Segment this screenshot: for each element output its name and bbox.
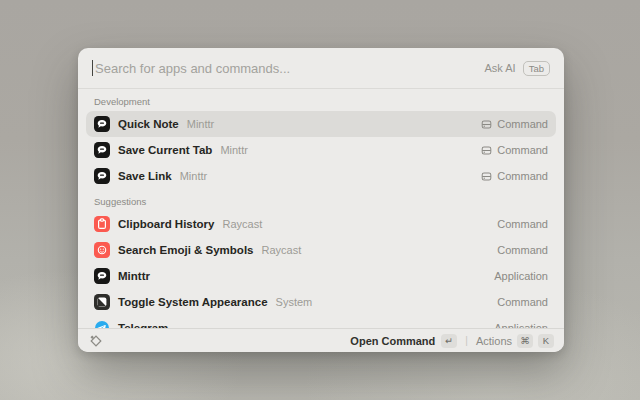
return-key-badge: ↵ — [441, 334, 457, 348]
item-subtitle: Minttr — [180, 170, 208, 182]
item-accessory: Command — [497, 218, 548, 230]
desktop-wallpaper: Ask AI Tab DevelopmentQuick NoteMinttrCo… — [0, 0, 640, 400]
raycast-logo-icon — [88, 333, 103, 348]
item-title: Search Emoji & Symbols — [118, 244, 254, 256]
item-title: Toggle System Appearance — [118, 296, 268, 308]
item-type-label: Command — [497, 218, 548, 230]
text-caret — [92, 60, 93, 76]
section-header: Development — [86, 89, 556, 111]
list-item[interactable]: Search Emoji & SymbolsRaycastCommand — [86, 237, 556, 263]
item-type-label: Command — [497, 244, 548, 256]
results-list: DevelopmentQuick NoteMinttrCommandSave C… — [78, 89, 564, 328]
list-item[interactable]: TelegramApplication — [86, 315, 556, 328]
item-title: Minttr — [118, 270, 150, 282]
list-item[interactable]: MinttrApplication — [86, 263, 556, 289]
clipboard-icon — [94, 216, 110, 232]
cmd-key-badge: ⌘ — [517, 334, 533, 348]
item-accessory: Command — [481, 170, 548, 182]
telegram-icon — [94, 320, 110, 328]
item-type-label: Command — [497, 170, 548, 182]
open-command-button[interactable]: Open Command ↵ — [350, 334, 457, 348]
minttr-icon — [94, 142, 110, 158]
list-item[interactable]: Save Current TabMinttrCommand — [86, 137, 556, 163]
open-command-label: Open Command — [350, 335, 435, 347]
actions-label: Actions — [476, 335, 512, 347]
appearance-icon — [94, 294, 110, 310]
emoji-icon — [94, 242, 110, 258]
item-title: Save Link — [118, 170, 172, 182]
item-type-label: Command — [497, 118, 548, 130]
list-item[interactable]: Toggle System AppearanceSystemCommand — [86, 289, 556, 315]
item-title: Quick Note — [118, 118, 179, 130]
item-title: Save Current Tab — [118, 144, 212, 156]
item-type-label: Command — [497, 144, 548, 156]
item-subtitle: System — [276, 296, 313, 308]
item-accessory: Application — [494, 270, 548, 282]
search-bar: Ask AI Tab — [78, 48, 564, 89]
k-key-badge: K — [538, 334, 554, 348]
ask-ai-button[interactable]: Ask AI Tab — [484, 61, 550, 76]
actions-button[interactable]: Actions ⌘ K — [476, 334, 554, 348]
item-subtitle: Minttr — [220, 144, 248, 156]
item-title: Clipboard History — [118, 218, 214, 230]
list-item[interactable]: Quick NoteMinttrCommand — [86, 111, 556, 137]
tab-key-badge: Tab — [523, 61, 550, 76]
footer-separator: | — [465, 335, 468, 346]
item-type-label: Application — [494, 270, 548, 282]
minttr-icon — [94, 268, 110, 284]
search-input[interactable] — [95, 61, 484, 76]
list-item[interactable]: Clipboard HistoryRaycastCommand — [86, 211, 556, 237]
item-subtitle: Raycast — [262, 244, 302, 256]
command-icon — [481, 171, 492, 182]
ask-ai-label: Ask AI — [484, 62, 515, 74]
minttr-icon — [94, 116, 110, 132]
item-accessory: Command — [481, 144, 548, 156]
item-subtitle: Raycast — [222, 218, 262, 230]
item-subtitle: Minttr — [187, 118, 215, 130]
item-accessory: Command — [497, 244, 548, 256]
minttr-icon — [94, 168, 110, 184]
footer-bar: Open Command ↵ | Actions ⌘ K — [78, 328, 564, 352]
item-type-label: Command — [497, 296, 548, 308]
section-header: Suggestions — [86, 189, 556, 211]
item-accessory: Command — [481, 118, 548, 130]
command-icon — [481, 145, 492, 156]
command-icon — [481, 119, 492, 130]
raycast-launcher-window: Ask AI Tab DevelopmentQuick NoteMinttrCo… — [78, 48, 564, 352]
item-accessory: Command — [497, 296, 548, 308]
list-item[interactable]: Save LinkMinttrCommand — [86, 163, 556, 189]
